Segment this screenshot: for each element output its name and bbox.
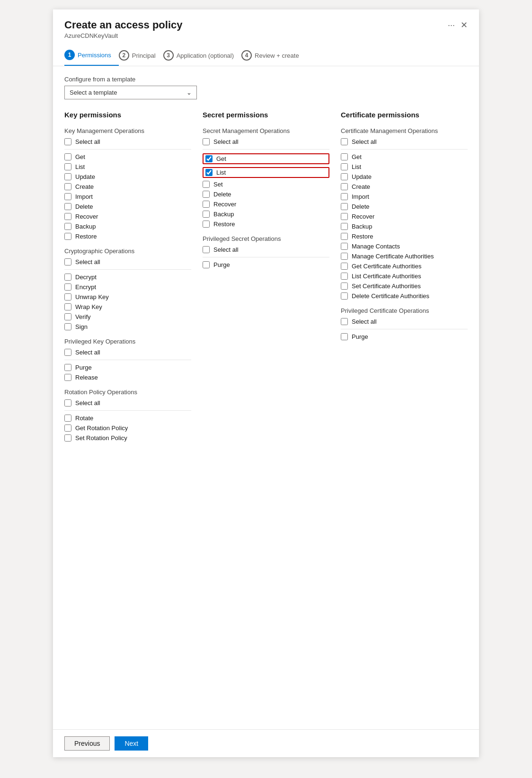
- privsecret-select-all-checkbox[interactable]: [203, 246, 210, 253]
- key-restore-label: Restore: [75, 233, 97, 240]
- key-release-checkbox[interactable]: [64, 374, 71, 381]
- rotation-select-all-checkbox[interactable]: [64, 399, 71, 407]
- secret-backup-checkbox[interactable]: [203, 211, 210, 218]
- step-3-label: Application (optional): [177, 52, 234, 59]
- crypto-select-all-label: Select all: [75, 258, 100, 265]
- key-permissions-column: Key permissions Key Management Operation…: [64, 111, 191, 444]
- cert-purge: Purge: [341, 333, 468, 340]
- secret-set-checkbox[interactable]: [203, 181, 210, 188]
- privsecret-select-all: Select all: [203, 246, 329, 253]
- key-list-checkbox[interactable]: [64, 163, 71, 170]
- key-verify: Verify: [64, 313, 191, 320]
- key-list: List: [64, 163, 191, 170]
- more-options-icon[interactable]: ···: [448, 20, 455, 30]
- key-wrap-checkbox[interactable]: [64, 303, 71, 310]
- previous-button[interactable]: Previous: [64, 736, 110, 751]
- secret-purge-checkbox[interactable]: [203, 261, 210, 268]
- secret-delete-checkbox[interactable]: [203, 191, 210, 198]
- cert-backup: Backup: [341, 223, 468, 230]
- next-button[interactable]: Next: [115, 736, 148, 751]
- cert-select-all-checkbox[interactable]: [341, 138, 348, 145]
- cert-restore: Restore: [341, 233, 468, 240]
- cert-backup-checkbox[interactable]: [341, 223, 348, 230]
- secret-purge-label: Purge: [213, 261, 230, 268]
- cert-update-label: Update: [352, 173, 372, 180]
- cert-delete-label: Delete: [352, 203, 370, 210]
- secret-restore-checkbox[interactable]: [203, 221, 210, 228]
- key-delete-checkbox[interactable]: [64, 203, 71, 210]
- step-4-number: 4: [241, 50, 252, 61]
- cert-update-checkbox[interactable]: [341, 173, 348, 180]
- key-restore-checkbox[interactable]: [64, 233, 71, 240]
- key-import: Import: [64, 193, 191, 200]
- key-recover: Recover: [64, 213, 191, 220]
- key-update-checkbox[interactable]: [64, 173, 71, 180]
- key-unwrap-checkbox[interactable]: [64, 293, 71, 301]
- secret-permissions-header: Secret permissions: [203, 111, 329, 121]
- key-rotate-checkbox[interactable]: [64, 415, 71, 422]
- cert-set-ca-checkbox[interactable]: [341, 283, 348, 290]
- key-backup-checkbox[interactable]: [64, 223, 71, 230]
- key-import-checkbox[interactable]: [64, 193, 71, 200]
- privileged-key-section-title: Privileged Key Operations: [64, 338, 191, 345]
- secret-restore: Restore: [203, 221, 329, 228]
- cert-list-ca-checkbox[interactable]: [341, 273, 348, 280]
- cert-manage-contacts-label: Manage Contacts: [352, 243, 400, 250]
- cert-get-ca-checkbox[interactable]: [341, 263, 348, 270]
- step-3-number: 3: [163, 50, 174, 61]
- key-get-checkbox[interactable]: [64, 153, 71, 160]
- secret-select-all-checkbox[interactable]: [203, 138, 210, 145]
- crypto-select-all-checkbox[interactable]: [64, 258, 71, 265]
- privcert-select-all-checkbox[interactable]: [341, 318, 348, 325]
- cert-delete-checkbox[interactable]: [341, 203, 348, 210]
- key-decrypt-checkbox[interactable]: [64, 274, 71, 281]
- cert-create-checkbox[interactable]: [341, 183, 348, 190]
- key-decrypt-label: Decrypt: [75, 274, 97, 281]
- privkey-select-all-checkbox[interactable]: [64, 349, 71, 356]
- key-purge-checkbox[interactable]: [64, 364, 71, 371]
- cert-manage-ca-checkbox[interactable]: [341, 253, 348, 260]
- key-select-all-checkbox[interactable]: [64, 138, 71, 145]
- cert-create: Create: [341, 183, 468, 190]
- cert-purge-checkbox[interactable]: [341, 333, 348, 340]
- key-set-rotation-policy-checkbox[interactable]: [64, 434, 71, 442]
- key-management-section-title: Key Management Operations: [64, 127, 191, 134]
- key-encrypt-checkbox[interactable]: [64, 283, 71, 291]
- key-set-rotation-policy-label: Set Rotation Policy: [75, 434, 127, 442]
- key-recover-checkbox[interactable]: [64, 213, 71, 220]
- step-review-create[interactable]: 4 Review + create: [241, 45, 307, 65]
- cert-import-checkbox[interactable]: [341, 193, 348, 200]
- close-icon[interactable]: ✕: [461, 20, 468, 30]
- key-encrypt-label: Encrypt: [75, 283, 96, 291]
- secret-get: Get: [203, 153, 329, 164]
- cert-recover-checkbox[interactable]: [341, 213, 348, 220]
- key-get-rotation-policy-checkbox[interactable]: [64, 424, 71, 432]
- secret-get-checkbox[interactable]: [205, 155, 213, 162]
- key-permissions-header: Key permissions: [64, 111, 191, 121]
- cert-create-label: Create: [352, 183, 370, 190]
- cert-get: Get: [341, 153, 468, 160]
- key-verify-checkbox[interactable]: [64, 313, 71, 320]
- key-backup: Backup: [64, 223, 191, 230]
- key-release: Release: [64, 374, 191, 381]
- cert-delete-ca-checkbox[interactable]: [341, 292, 348, 300]
- key-delete-label: Delete: [75, 203, 93, 210]
- key-sign-checkbox[interactable]: [64, 323, 71, 330]
- privileged-secret-section-title: Privileged Secret Operations: [203, 235, 329, 242]
- step-principal[interactable]: 2 Principal: [119, 45, 163, 65]
- template-select-dropdown[interactable]: Select a template ⌄: [64, 86, 197, 99]
- cert-manage-ca: Manage Certificate Authorities: [341, 253, 468, 260]
- cert-manage-contacts-checkbox[interactable]: [341, 243, 348, 250]
- cert-get-checkbox[interactable]: [341, 153, 348, 160]
- step-permissions[interactable]: 1 Permissions: [64, 45, 119, 66]
- permissions-grid: Key permissions Key Management Operation…: [64, 111, 468, 444]
- cert-list-ca: List Certificate Authorities: [341, 273, 468, 280]
- cert-restore-checkbox[interactable]: [341, 233, 348, 240]
- cert-list-checkbox[interactable]: [341, 163, 348, 170]
- step-application[interactable]: 3 Application (optional): [163, 45, 241, 65]
- key-import-label: Import: [75, 193, 93, 200]
- key-create-checkbox[interactable]: [64, 183, 71, 190]
- cert-delete-ca: Delete Certificate Authorities: [341, 292, 468, 300]
- secret-recover-checkbox[interactable]: [203, 201, 210, 208]
- secret-list-checkbox[interactable]: [205, 169, 213, 176]
